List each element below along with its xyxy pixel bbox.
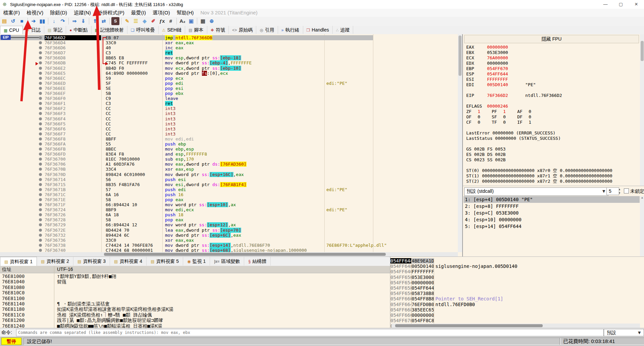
- arguments-vscrollbar[interactable]: ▲: [640, 196, 644, 256]
- disasm-row[interactable]: 76F366F7CCint3: [0, 131, 462, 136]
- register-line[interactable]: LastStatus 00000000 (STATUS_SUCCESS): [466, 136, 639, 141]
- disasm-row[interactable]: 76F367266A 18push 18: [0, 212, 462, 217]
- breakpoint-dot-icon[interactable]: [39, 56, 42, 59]
- breakpoint-dot-icon[interactable]: [39, 148, 42, 151]
- dump-pane[interactable]: 位址 UTF-16 76E81000т纇埤纇Y纇9纇ˌ纇@拤杆■翧76E8104…: [0, 266, 390, 328]
- stack-row[interactable]: 054FF64CFFFFFFFF: [390, 269, 644, 274]
- stack-row[interactable]: 054FF668385EEC65: [390, 307, 644, 312]
- stack-row[interactable]: 054FF658054FF644: [390, 285, 644, 291]
- switch-thread-icon[interactable]: ⇄: [100, 17, 108, 25]
- disasm-row[interactable]: 76F3671F66:894424 10mov word ptr ss:[esp…: [0, 202, 462, 207]
- globe-icon[interactable]: ⊕: [208, 17, 216, 25]
- disasm-row[interactable]: 76F366D433C0xor eax,eax: [0, 40, 462, 45]
- disasm-row[interactable]: 76F3673633C0xor eax,eax: [0, 238, 462, 243]
- disasm-row[interactable]: 76F3671E58pop eax: [0, 197, 462, 202]
- breakpoint-dot-icon[interactable]: [39, 102, 42, 105]
- breakpoint-dot-icon[interactable]: [39, 249, 42, 252]
- source-icon[interactable]: ▣: [187, 17, 195, 25]
- dump-row[interactable]: 76E81040眢蘟: [0, 279, 390, 284]
- bottom-tab-區域變數[interactable]: |x=區域變數: [210, 257, 244, 266]
- breakpoint-dot-icon[interactable]: [39, 87, 42, 90]
- register-line[interactable]: ECX76A00000: [466, 55, 639, 61]
- hide-fpu-button[interactable]: 隱藏 FPU: [464, 35, 639, 43]
- stack-row[interactable]: 054FF650053E3000: [390, 275, 644, 280]
- breakpoint-dot-icon[interactable]: [39, 208, 42, 211]
- disasm-row[interactable]: 76F366DBC745 FC FEFFFFFFmov dword ptr ss…: [0, 60, 462, 65]
- bottom-tab-結構體[interactable]: §結構體: [244, 257, 271, 266]
- disasm-row[interactable]: 76F3671B57push ediedi:"PE": [0, 187, 462, 192]
- register-line[interactable]: CF0TF0IF1: [466, 120, 639, 125]
- stack-row[interactable]: 054FF66476EFD0B0ntdll.76EFD0B0: [390, 302, 644, 307]
- register-line[interactable]: ESIFFFFFFFF: [466, 77, 639, 82]
- breakpoint-dot-icon[interactable]: [39, 173, 42, 176]
- breakpoint-dot-icon[interactable]: [39, 112, 42, 115]
- register-line[interactable]: CS 0023 SS 002B: [466, 157, 639, 163]
- tab-SEH鏈[interactable]: ⚠SEH鏈: [159, 26, 185, 34]
- tab-日誌[interactable]: ✎日誌: [23, 26, 44, 34]
- function-icon[interactable]: ƒx: [158, 17, 166, 25]
- disasm-row[interactable]: 76F366F0C9leave: [0, 96, 462, 101]
- tab-符號[interactable]: ❖符號: [207, 26, 229, 34]
- tab-Handles[interactable]: ❒Handles: [303, 26, 333, 34]
- menu-item[interactable]: 追蹤(N): [70, 9, 94, 17]
- breakpoint-dot-icon[interactable]: [39, 82, 42, 85]
- breakpoint-dot-icon[interactable]: [39, 67, 42, 70]
- step-into-icon[interactable]: ↓: [50, 17, 58, 25]
- stack-row[interactable]: 054FF65C058738B8: [390, 291, 644, 296]
- disasm-row[interactable]: 76F366F1C3ret: [0, 101, 462, 106]
- disasm-row[interactable]: 76F3671456push esi: [0, 177, 462, 182]
- dump-row[interactable]: 76E811C0焏相 湯K湯熠相焏相↿⏋㬟→翳 ■纇 韸㣌婨偑: [0, 312, 390, 318]
- register-line[interactable]: GS 002B FS 0053: [466, 147, 639, 152]
- disasm-row[interactable]: 76F3670081EC 70010000sub esp,170: [0, 157, 462, 162]
- font-icon[interactable]: A₂: [178, 17, 186, 25]
- register-line[interactable]: OF0SF0DF0: [466, 114, 639, 120]
- stack-hscrollbar[interactable]: [392, 324, 640, 328]
- breakpoint-dot-icon[interactable]: [39, 51, 42, 54]
- disasm-row[interactable]: 76F367158B35 F4B1FA76mov esi,dword ptr d…: [0, 182, 462, 187]
- disasm-hscrollbar[interactable]: [0, 252, 458, 256]
- breakpoint-dot-icon[interactable]: [39, 142, 42, 146]
- tab-記憶體映射[interactable]: ▦記憶體映射: [92, 26, 127, 34]
- disasm-row[interactable]: 76F367248BF9mov edi,ecxedi:"PE": [0, 207, 462, 212]
- bottom-tab-資料視窗 3[interactable]: ▤資料視窗 3: [73, 257, 110, 266]
- close-button[interactable]: ✕: [629, 0, 644, 9]
- disasm-row[interactable]: 76F36732894424 6Cmov dword ptr ss:[esp+6…: [0, 233, 462, 238]
- disasm-row[interactable]: 76F366F88BFFmov edi,edi: [0, 136, 462, 141]
- bottom-tab-資料視窗 1[interactable]: ▤資料視窗 1: [0, 257, 37, 266]
- register-line[interactable]: EBX053E3000: [466, 50, 639, 55]
- breakpoint-dot-icon[interactable]: [39, 234, 42, 237]
- unlock-checkbox[interactable]: 未鎖定: [624, 188, 644, 194]
- disasm-row[interactable]: 76F366D7C3ret: [0, 50, 462, 55]
- breakpoint-dot-icon[interactable]: [39, 188, 42, 191]
- tab-原始碼[interactable]: <>原始碼: [229, 26, 256, 34]
- disasm-row[interactable]: 76F366F3CCint3: [0, 111, 462, 116]
- register-line[interactable]: EAX00000000: [466, 45, 639, 50]
- disasm-vscrollbar[interactable]: [458, 34, 462, 252]
- register-line[interactable]: EBP054FF670: [466, 66, 639, 71]
- register-line[interactable]: ST(2) 00000000000000000000 x87r2 空 0.000…: [466, 179, 639, 184]
- restart-icon[interactable]: ↺: [9, 17, 17, 25]
- register-line[interactable]: ZF1PF1AF0: [466, 109, 639, 114]
- register-line[interactable]: ST(0) 00000000000000000000 x87r0 空 0.000…: [466, 168, 639, 173]
- breakpoint-dot-icon[interactable]: [39, 153, 42, 156]
- disasm-row[interactable]: 76F366E564:890D 00000000mov dword ptr fs…: [0, 71, 462, 76]
- maximize-button[interactable]: ▢: [613, 0, 629, 9]
- tab-中斷點[interactable]: ●中斷點: [66, 26, 91, 34]
- stack-row[interactable]: 054FF6444BE9EA1D: [390, 258, 644, 264]
- disasm-row[interactable]: 76F366F6CCint3: [0, 126, 462, 131]
- command-profile-select[interactable]: ▼ 預設: [604, 329, 644, 336]
- step-out-icon[interactable]: ⇑: [91, 17, 99, 25]
- stack-row[interactable]: 054FF65400000000: [390, 280, 644, 285]
- minimize-button[interactable]: —: [598, 0, 613, 9]
- stack-row[interactable]: 054FF66C00000000: [390, 312, 644, 318]
- breakpoint-dot-icon[interactable]: [39, 218, 42, 221]
- menu-item[interactable]: 檔案(F): [0, 9, 23, 17]
- breakpoint-dot-icon[interactable]: [39, 117, 42, 120]
- breakpoint-dot-icon[interactable]: [39, 163, 42, 166]
- label-icon[interactable]: ◈: [141, 17, 149, 25]
- bottom-tab-資料視窗 5[interactable]: ▤資料視窗 5: [147, 257, 183, 266]
- disasm-row[interactable]: 76F3672E8D4424 70lea eax,dword ptr ss:[e…: [0, 228, 462, 233]
- disasm-row[interactable]: 76F3672966:894424 12mov word ptr ss:[esp…: [0, 222, 462, 227]
- breakpoint-dot-icon[interactable]: [39, 158, 42, 161]
- calling-convention-select[interactable]: ▼ 預設 (stdcall): [464, 187, 608, 196]
